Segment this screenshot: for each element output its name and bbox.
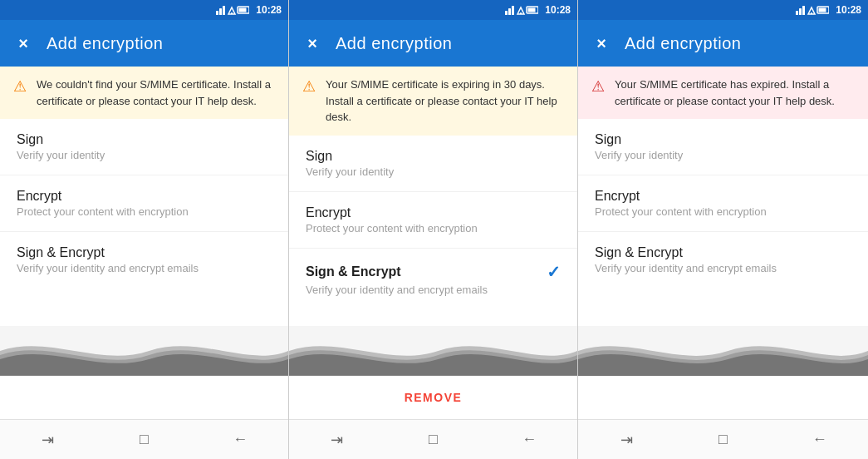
option-subtitle-2: Verify your identity and encrypt emails xyxy=(17,262,272,274)
home-icon[interactable]: □ xyxy=(127,423,160,457)
option-title-0: Sign xyxy=(17,132,43,147)
option-item-2[interactable]: Sign & Encrypt ✓ Verify your identity an… xyxy=(289,249,577,309)
panel-3: 10:28 × Add encryption ⚠ Your S/MIME cer… xyxy=(578,0,868,459)
option-item-2[interactable]: Sign & Encrypt Verify your identity and … xyxy=(0,232,288,288)
option-title-1: Encrypt xyxy=(306,205,351,220)
svg-rect-8 xyxy=(505,11,508,15)
recent-apps-icon[interactable]: ⇥ xyxy=(32,423,65,457)
status-bar: 10:28 xyxy=(578,0,868,20)
svg-rect-18 xyxy=(802,6,805,15)
recent-apps-icon[interactable]: ⇥ xyxy=(321,423,354,457)
back-icon[interactable]: ← xyxy=(512,423,546,457)
bottom-nav: ⇥□← xyxy=(0,419,288,459)
app-bar: × Add encryption xyxy=(0,20,288,67)
panel-1: 10:28 × Add encryption ⚠ We couldn't fin… xyxy=(0,0,289,459)
back-icon[interactable]: ← xyxy=(803,423,836,457)
option-title-1: Encrypt xyxy=(595,189,640,204)
option-subtitle-2: Verify your identity and encrypt emails xyxy=(595,262,851,274)
svg-rect-1 xyxy=(219,8,222,15)
check-icon: ✓ xyxy=(547,262,561,282)
app-bar-title: Add encryption xyxy=(47,34,163,53)
option-item-0[interactable]: Sign Verify your identity xyxy=(578,119,868,175)
svg-rect-10 xyxy=(512,6,514,15)
alert-text: Your S/MIME certificate is expiring in 3… xyxy=(326,76,564,126)
option-subtitle-2: Verify your identity and encrypt emails xyxy=(306,284,561,296)
svg-rect-16 xyxy=(796,11,798,15)
panel-2: 10:28 × Add encryption ⚠ Your S/MIME cer… xyxy=(289,0,578,459)
app-bar-title: Add encryption xyxy=(625,34,741,53)
option-title-2: Sign & Encrypt xyxy=(17,245,105,260)
option-item-0[interactable]: Sign Verify your identity xyxy=(289,136,577,192)
svg-rect-2 xyxy=(223,6,225,15)
close-button[interactable]: × xyxy=(302,33,322,53)
app-bar-title: Add encryption xyxy=(336,34,452,53)
svg-rect-0 xyxy=(216,11,218,15)
svg-rect-12 xyxy=(520,12,522,14)
option-subtitle-0: Verify your identity xyxy=(306,165,561,178)
alert-banner: ⚠ We couldn't find your S/MIME certifica… xyxy=(0,67,288,119)
app-bar: × Add encryption xyxy=(578,20,868,67)
option-item-1[interactable]: Encrypt Protect your content with encryp… xyxy=(0,175,288,232)
option-subtitle-0: Verify your identity xyxy=(17,149,272,161)
home-icon[interactable]: □ xyxy=(416,423,449,457)
option-title-2: Sign & Encrypt xyxy=(306,264,401,279)
status-time: 10:28 xyxy=(836,4,861,16)
bottom-nav: ⇥□← xyxy=(289,419,577,459)
remove-placeholder xyxy=(578,376,868,419)
remove-placeholder xyxy=(0,376,288,419)
option-title-1: Encrypt xyxy=(17,189,61,204)
option-item-0[interactable]: Sign Verify your identity xyxy=(0,119,288,175)
recent-apps-icon[interactable]: ⇥ xyxy=(610,423,643,457)
content-area: Sign Verify your identity Encrypt Protec… xyxy=(578,119,868,326)
alert-icon: ⚠ xyxy=(302,77,316,96)
svg-rect-15 xyxy=(528,8,536,12)
home-icon[interactable]: □ xyxy=(706,423,739,457)
status-bar: 10:28 xyxy=(0,0,288,20)
status-time: 10:28 xyxy=(545,4,571,16)
svg-rect-9 xyxy=(508,8,511,15)
wave-decoration xyxy=(578,326,868,376)
bottom-nav: ⇥□← xyxy=(578,419,868,459)
svg-rect-7 xyxy=(239,8,247,12)
remove-button[interactable]: REMOVE xyxy=(405,391,463,404)
app-bar: × Add encryption xyxy=(289,20,577,67)
status-icons xyxy=(796,4,829,16)
svg-rect-23 xyxy=(819,8,826,12)
status-bar: 10:28 xyxy=(289,0,577,20)
alert-text: We couldn't find your S/MIME certificate… xyxy=(37,76,275,109)
option-title-0: Sign xyxy=(306,149,332,164)
alert-banner: ⚠ Your S/MIME certificate is expiring in… xyxy=(289,67,577,136)
option-subtitle-0: Verify your identity xyxy=(595,149,851,161)
option-item-1[interactable]: Encrypt Protect your content with encryp… xyxy=(289,192,577,249)
option-title-2: Sign & Encrypt xyxy=(595,245,683,260)
content-area: Sign Verify your identity Encrypt Protec… xyxy=(289,136,577,327)
option-subtitle-1: Protect your content with encryption xyxy=(595,205,851,218)
option-title-0: Sign xyxy=(595,132,621,147)
alert-text: Your S/MIME certificate has expired. Ins… xyxy=(615,76,855,109)
option-subtitle-1: Protect your content with encryption xyxy=(17,205,272,218)
svg-rect-20 xyxy=(811,12,812,14)
alert-banner: ⚠ Your S/MIME certificate has expired. I… xyxy=(578,67,868,119)
status-icons xyxy=(505,4,538,16)
option-subtitle-1: Protect your content with encryption xyxy=(306,222,561,234)
status-icons xyxy=(216,4,249,16)
alert-icon: ⚠ xyxy=(13,77,27,96)
close-button[interactable]: × xyxy=(591,33,611,53)
svg-rect-4 xyxy=(231,12,233,14)
option-item-2[interactable]: Sign & Encrypt Verify your identity and … xyxy=(578,232,868,288)
close-button[interactable]: × xyxy=(13,33,33,53)
wave-decoration xyxy=(0,326,288,376)
option-item-1[interactable]: Encrypt Protect your content with encryp… xyxy=(578,175,868,232)
svg-rect-17 xyxy=(799,8,802,15)
remove-area: REMOVE xyxy=(289,376,577,419)
status-time: 10:28 xyxy=(256,4,282,16)
content-area: Sign Verify your identity Encrypt Protec… xyxy=(0,119,288,326)
alert-icon: ⚠ xyxy=(591,77,605,96)
wave-decoration xyxy=(289,326,577,376)
back-icon[interactable]: ← xyxy=(223,423,257,457)
